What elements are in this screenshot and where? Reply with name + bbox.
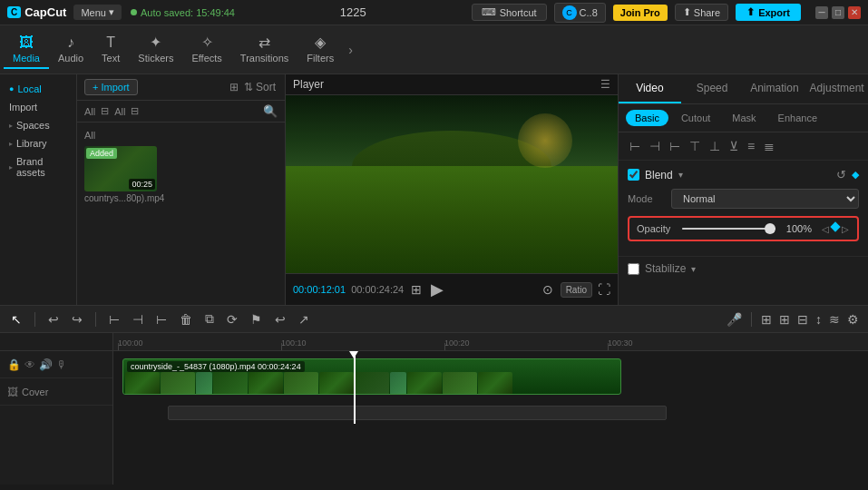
timeline-track-content[interactable]: 100:00 100:10 100:20 100:30 countryside_… — [113, 333, 868, 485]
align-bottom-button[interactable]: ⊻ — [727, 137, 740, 155]
player-menu-icon[interactable]: ☰ — [600, 78, 610, 91]
opacity-row: Opacity 100% ◁ ▷ — [628, 216, 859, 241]
maximize-button[interactable]: □ — [832, 6, 844, 19]
crop-button[interactable]: ⊢ — [152, 310, 171, 328]
sidebar-item-import[interactable]: Import — [0, 98, 76, 116]
minimize-button[interactable]: ─ — [815, 6, 828, 19]
stabilize-expand-icon[interactable]: ▾ — [691, 264, 696, 274]
mic2-icon[interactable]: 🎙 — [56, 358, 67, 371]
cover-track — [168, 406, 667, 420]
curve-button[interactable]: ↩ — [271, 310, 289, 328]
menu-button[interactable]: Menu ▾ — [73, 5, 122, 20]
redo-button[interactable]: ↪ — [68, 310, 86, 328]
speaker-icon[interactable]: 🔊 — [39, 358, 53, 371]
snap-button[interactable]: ⊞ — [759, 310, 774, 328]
share-button[interactable]: ⬆ Share — [675, 4, 728, 21]
align-right-button[interactable]: ⊢ — [668, 137, 682, 155]
sidebar-item-library[interactable]: ▸ Library — [0, 134, 76, 152]
play-button[interactable]: ▶ — [429, 278, 445, 301]
sidebar-item-brand[interactable]: ▸ Brand assets — [0, 152, 76, 181]
opacity-thumb[interactable] — [765, 223, 775, 234]
sub-tab-mask[interactable]: Mask — [723, 110, 765, 126]
timeline-clip[interactable]: countryside_-_54837 (1080p).mp4 00:00:24… — [122, 358, 621, 395]
split-button[interactable]: ⊢ — [105, 310, 123, 328]
media-search-button[interactable]: 🔍 — [263, 104, 278, 118]
tab-animation[interactable]: Animation — [744, 74, 806, 103]
ratio-button[interactable]: Ratio — [561, 282, 592, 298]
close-button[interactable]: ✕ — [848, 6, 861, 19]
sort-button[interactable]: ⇅ Sort — [242, 79, 278, 95]
all2-filter-button[interactable]: All — [114, 106, 125, 117]
fullscreen-button[interactable]: ⛶ — [598, 282, 610, 297]
filter-icon: ⊟ — [101, 105, 109, 117]
tab-transitions[interactable]: ⇄ Transitions — [231, 30, 297, 69]
blend-keyframe-icon[interactable]: ◆ — [852, 169, 859, 181]
opacity-slider[interactable] — [682, 222, 775, 235]
opacity-value: 100% — [783, 223, 812, 234]
grid-view-button[interactable]: ⊞ — [228, 79, 240, 95]
tab-adjustment[interactable]: Adjustment — [805, 74, 868, 103]
flag-button[interactable]: ⚑ — [247, 310, 266, 328]
align-left-button[interactable]: ⊢ — [628, 137, 642, 155]
distribute-h-button[interactable]: ≡ — [746, 137, 756, 155]
player-header: Player ☰ — [286, 74, 618, 95]
tab-effects[interactable]: ✧ Effects — [182, 30, 230, 69]
track-height-button[interactable]: ↕ — [814, 310, 824, 328]
tab-filters[interactable]: ◈ Filters — [297, 30, 343, 69]
tab-stickers[interactable]: ✦ Stickers — [129, 30, 182, 69]
mic-button[interactable]: 🎤 — [725, 310, 744, 328]
right-panel-tabs: Video Speed Animation Adjustment — [619, 74, 868, 104]
import-button[interactable]: + Import — [84, 79, 138, 95]
rotate-button[interactable]: ⟳ — [223, 310, 241, 328]
shortcut-button[interactable]: ⌨ Shortcut — [472, 4, 547, 21]
align-center-v-button[interactable]: ⊥ — [707, 137, 722, 155]
trim-button[interactable]: ⊣ — [129, 310, 147, 328]
list-item[interactable]: Added 00:25 countrys...80p).mp4 — [84, 146, 157, 203]
fit-button[interactable]: ⊙ — [541, 280, 555, 299]
sort2-button[interactable]: ⊟ — [131, 105, 139, 117]
playhead-top-icon — [349, 351, 358, 358]
playhead[interactable] — [354, 351, 356, 424]
align-center-h-button[interactable]: ⊣ — [648, 137, 662, 155]
lock-icon[interactable]: 🔒 — [7, 358, 21, 371]
delete-button[interactable]: 🗑 — [176, 310, 196, 328]
link-button[interactable]: ↗ — [295, 310, 313, 328]
duplicate-button[interactable]: ⧉ — [201, 309, 218, 328]
next-keyframe-button[interactable]: ▷ — [841, 223, 850, 235]
select-tool-button[interactable]: ↖ — [7, 310, 25, 328]
tab-text[interactable]: T Text — [93, 31, 129, 69]
undo-button[interactable]: ↩ — [44, 310, 63, 328]
blend-checkbox[interactable] — [628, 169, 639, 181]
settings-button[interactable]: ⚙ — [845, 310, 861, 328]
join-pro-button[interactable]: Join Pro — [613, 5, 668, 21]
prev-keyframe-button[interactable]: ◁ — [821, 223, 830, 235]
clip-frame — [355, 372, 389, 395]
tab-audio[interactable]: ♪ Audio — [49, 31, 93, 69]
profile-button[interactable]: C C..8 — [554, 3, 606, 23]
blend-expand-icon[interactable]: ▾ — [678, 170, 683, 180]
stabilize-checkbox[interactable] — [628, 263, 639, 275]
blend-reset-icon[interactable]: ↺ — [836, 168, 846, 181]
sub-tab-basic[interactable]: Basic — [626, 110, 668, 126]
distribute-v-button[interactable]: ≣ — [762, 137, 776, 155]
all-filter-button[interactable]: All — [84, 106, 95, 117]
timeline: ↖ ↩ ↪ ⊢ ⊣ ⊢ 🗑 ⧉ ⟳ ⚑ ↩ ↗ 🎤 ⊞ ⊞ ⊟ ↕ ≋ ⚙ 🔒 — [0, 305, 868, 485]
tab-video[interactable]: Video — [619, 74, 681, 103]
tab-media[interactable]: 🖼 Media — [4, 31, 49, 69]
sub-tab-cutout[interactable]: Cutout — [672, 110, 719, 126]
toolbar-expand-icon[interactable]: › — [345, 39, 356, 61]
sub-tab-enhance[interactable]: Enhance — [769, 110, 826, 126]
tab-speed[interactable]: Speed — [681, 74, 744, 103]
grid-lines-button[interactable]: ⊞ — [409, 280, 424, 299]
sidebar-item-local[interactable]: ● Local — [0, 80, 76, 98]
blend-mode-select[interactable]: Normal — [671, 189, 859, 209]
eye-icon[interactable]: 👁 — [24, 358, 35, 371]
sidebar-item-spaces[interactable]: ▸ Spaces — [0, 116, 76, 134]
audio-wave-button[interactable]: ≋ — [827, 310, 842, 328]
filter-options-button[interactable]: ⊟ — [101, 105, 109, 117]
add-keyframe-button[interactable] — [830, 221, 840, 231]
zoom-out-button[interactable]: ⊟ — [795, 310, 810, 328]
align-top-button[interactable]: ⊤ — [688, 137, 702, 155]
export-button[interactable]: ⬆ Export — [736, 4, 801, 21]
zoom-in-button[interactable]: ⊞ — [777, 310, 792, 328]
